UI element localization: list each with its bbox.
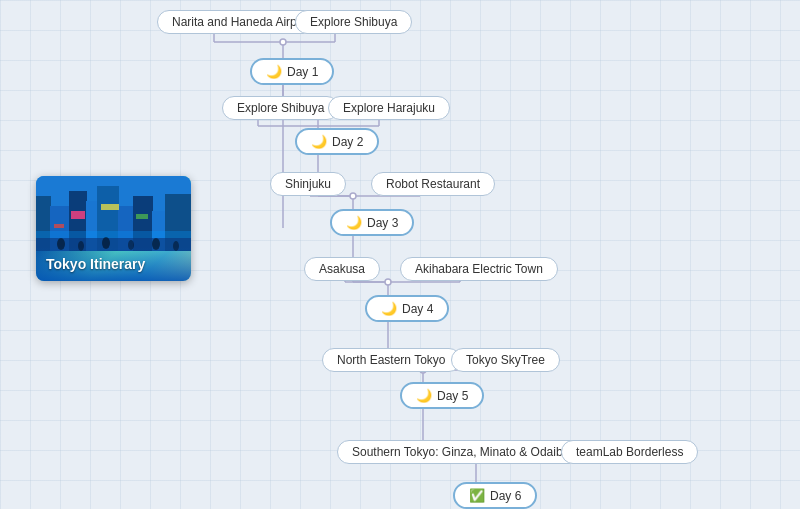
day-label: ✅ Day 6	[453, 482, 537, 509]
activity-label: teamLab Borderless	[561, 440, 698, 464]
activity-label: Explore Shibuya	[295, 10, 412, 34]
day-label: 🌙 Day 1	[250, 58, 334, 85]
day-icon: 🌙	[266, 64, 282, 79]
day-icon: ✅	[469, 488, 485, 503]
day1-node[interactable]: 🌙 Day 1	[250, 58, 334, 85]
day-label: 🌙 Day 4	[365, 295, 449, 322]
day-label: 🌙 Day 5	[400, 382, 484, 409]
day5-node[interactable]: 🌙 Day 5	[400, 382, 484, 409]
activity-label: Akihabara Electric Town	[400, 257, 558, 281]
svg-rect-59	[101, 204, 119, 210]
day-icon: 🌙	[381, 301, 397, 316]
day-label: 🌙 Day 3	[330, 209, 414, 236]
day4-node[interactable]: 🌙 Day 4	[365, 295, 449, 322]
day-icon: 🌙	[346, 215, 362, 230]
svg-point-44	[385, 279, 391, 285]
svg-rect-61	[54, 224, 64, 228]
activity-label: Explore Shibuya	[222, 96, 339, 120]
activity-label: Explore Harajuku	[328, 96, 450, 120]
card-overlay: Tokyo Itinerary	[36, 247, 191, 281]
svg-point-41	[280, 39, 286, 45]
card-image: Tokyo Itinerary	[36, 176, 191, 281]
svg-point-43	[350, 193, 356, 199]
activity-label: Shinjuku	[270, 172, 346, 196]
svg-rect-58	[71, 211, 85, 219]
day2-node[interactable]: 🌙 Day 2	[295, 128, 379, 155]
activity-label: North Eastern Tokyo	[322, 348, 461, 372]
activity-label: Tokyo SkyTree	[451, 348, 560, 372]
day-icon: 🌙	[311, 134, 327, 149]
tokyo-card: Tokyo Itinerary	[36, 176, 191, 281]
card-title: Tokyo Itinerary	[46, 256, 145, 272]
activity-label: Southern Tokyo: Ginza, Minato & Odaiba	[337, 440, 584, 464]
activity-label: Robot Restaurant	[371, 172, 495, 196]
svg-rect-60	[136, 214, 148, 219]
day3-node[interactable]: 🌙 Day 3	[330, 209, 414, 236]
day-label: 🌙 Day 2	[295, 128, 379, 155]
day-icon: 🌙	[416, 388, 432, 403]
activity-label: Asakusa	[304, 257, 380, 281]
day6-node[interactable]: ✅ Day 6	[453, 482, 537, 509]
